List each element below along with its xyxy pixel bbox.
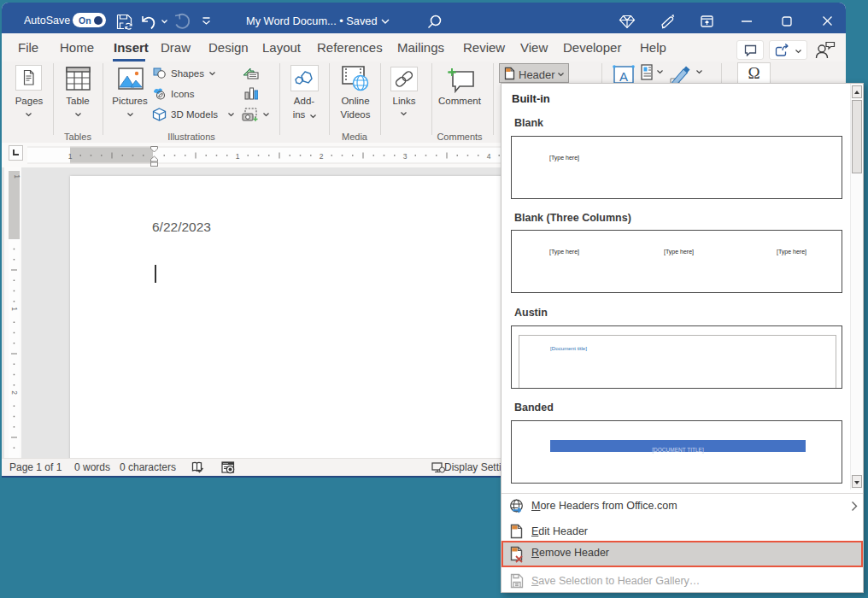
- svg-text:1: 1: [236, 152, 240, 161]
- svg-text:2: 2: [10, 390, 19, 395]
- svg-text:4: 4: [487, 152, 491, 161]
- svg-text:1: 1: [10, 307, 19, 311]
- svg-text:2: 2: [320, 152, 324, 161]
- svg-text:1: 1: [68, 152, 73, 161]
- svg-text:1: 1: [13, 174, 21, 179]
- svg-text:3: 3: [403, 152, 408, 161]
- svg-text:A: A: [619, 69, 628, 84]
